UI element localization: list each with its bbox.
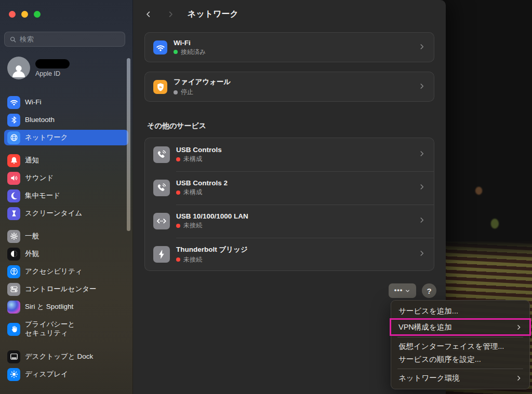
menu-item-network-environment[interactable]: ネットワーク環境 bbox=[391, 372, 529, 385]
sidebar-item-label: コントロールセンター bbox=[25, 285, 97, 294]
status-dot-icon bbox=[176, 157, 180, 161]
sidebar-item-notifications[interactable]: 通知 bbox=[4, 153, 128, 168]
firewall-row[interactable]: ファイアウォール停止 bbox=[145, 72, 434, 102]
minimize-window-button[interactable] bbox=[21, 11, 28, 18]
wifi-row[interactable]: Wi-Fi接続済み bbox=[145, 33, 434, 62]
sidebar-item-label: プライバシーと セキュリティ bbox=[25, 320, 75, 338]
sidebar-item-label: サウンド bbox=[25, 174, 54, 183]
forward-button[interactable] bbox=[165, 8, 176, 20]
desktopdock-icon bbox=[7, 350, 20, 363]
sidebar-scrollbar[interactable] bbox=[127, 58, 130, 231]
search-input[interactable]: 検索 bbox=[4, 32, 125, 47]
sidebar-item-appearance[interactable]: 外観 bbox=[4, 246, 128, 262]
sidebar-item-screen-time[interactable]: スクリーンタイム bbox=[4, 206, 128, 221]
redacted-user-name bbox=[35, 59, 70, 69]
menu-item-manage-virtual-interfaces[interactable]: 仮想インターフェイスを管理... bbox=[391, 340, 529, 353]
row-text: USB Controls 2未構成 bbox=[176, 179, 412, 197]
back-button[interactable] bbox=[143, 8, 153, 20]
zoom-window-button[interactable] bbox=[34, 11, 41, 18]
status-badge: 接続済み bbox=[174, 48, 412, 57]
status-badge: 停止 bbox=[174, 88, 412, 97]
usb-controls-row[interactable]: USB Controls未構成 bbox=[145, 138, 434, 171]
phone-icon bbox=[153, 146, 170, 163]
help-button[interactable]: ? bbox=[422, 283, 436, 298]
sidebar-item-bluetooth[interactable]: Bluetooth bbox=[4, 112, 128, 128]
shield-icon bbox=[153, 80, 167, 94]
sidebar-item-focus[interactable]: 集中モード bbox=[4, 188, 128, 203]
sidebar-item-label: Siri と Spotlight bbox=[25, 303, 73, 311]
wifi-icon bbox=[153, 40, 167, 55]
row-title: Thunderbolt ブリッジ bbox=[176, 245, 412, 254]
more-options-button[interactable]: ••• bbox=[389, 283, 416, 298]
row-text: USB 10/100/1000 LAN未接続 bbox=[176, 212, 412, 230]
status-dot-icon bbox=[174, 50, 178, 54]
chevron-right-icon bbox=[418, 250, 425, 259]
status-label: 停止 bbox=[181, 88, 193, 97]
status-label: 接続済み bbox=[181, 48, 206, 57]
row-title: ファイアウォール bbox=[174, 77, 412, 87]
siri-icon bbox=[7, 301, 20, 314]
menu-item-label: 仮想インターフェイスを管理... bbox=[398, 342, 522, 351]
sidebar-item-label: ネットワーク bbox=[25, 133, 68, 142]
menu-item-set-service-order[interactable]: サービスの順序を設定... bbox=[391, 353, 529, 366]
firewall-card[interactable]: ファイアウォール停止 bbox=[144, 72, 434, 102]
sidebar-item-accessibility[interactable]: アクセシビリティ bbox=[4, 264, 128, 279]
sidebar-item-network[interactable]: ネットワーク bbox=[4, 130, 128, 145]
controlcenter-icon bbox=[7, 283, 20, 296]
menu-item-add-vpn-config[interactable]: VPN構成を追加 bbox=[391, 320, 529, 334]
thunderbolt-bridge-row[interactable]: Thunderbolt ブリッジ未接続 bbox=[145, 238, 434, 271]
sidebar-item-control-center[interactable]: コントロールセンター bbox=[4, 281, 128, 297]
menu-item-add-service[interactable]: サービスを追加... bbox=[391, 305, 529, 318]
menu-separator bbox=[397, 369, 523, 369]
globe-icon bbox=[7, 131, 20, 144]
hourglass-icon bbox=[7, 207, 20, 220]
sidebar-group: 通知サウンド集中モードスクリーンタイム bbox=[0, 153, 132, 221]
chevron-right-icon bbox=[418, 150, 425, 159]
sidebar-group: デスクトップと Dockディスプレイ bbox=[0, 349, 132, 382]
sidebar-item-label: Bluetooth bbox=[25, 116, 55, 125]
sidebar-item-display[interactable]: ディスプレイ bbox=[4, 366, 128, 382]
sidebar-item-label: スクリーンタイム bbox=[25, 209, 82, 218]
chevron-down-icon bbox=[405, 288, 410, 294]
chevron-right-icon bbox=[515, 375, 522, 382]
wifi-icon bbox=[7, 96, 20, 109]
usb-lan-row[interactable]: USB 10/100/1000 LAN未接続 bbox=[145, 205, 434, 238]
sidebar-item-privacy-security[interactable]: プライバシーと セキュリティ bbox=[4, 317, 128, 342]
sidebar-group: 一般外観アクセシビリティコントロールセンターSiri と Spotlightプラ… bbox=[0, 228, 132, 342]
status-dot-icon bbox=[176, 257, 180, 262]
menu-item-label: サービスを追加... bbox=[398, 306, 522, 316]
chevron-right-icon bbox=[167, 10, 175, 18]
row-title: Wi-Fi bbox=[174, 39, 412, 47]
sidebar-item-label: デスクトップと Dock bbox=[25, 352, 93, 361]
wifi-card[interactable]: Wi-Fi接続済み bbox=[144, 32, 434, 62]
bluetooth-icon bbox=[7, 114, 20, 127]
apple-id-label: Apple ID bbox=[35, 70, 70, 77]
section-title-other-services: その他のサービス bbox=[147, 121, 206, 131]
gear-icon bbox=[7, 230, 20, 243]
row-title: USB Controls 2 bbox=[176, 179, 412, 187]
apple-id-row[interactable]: Apple ID bbox=[7, 57, 70, 79]
sidebar-item-wifi[interactable]: Wi-Fi bbox=[4, 94, 128, 110]
sidebar-item-label: Wi-Fi bbox=[25, 98, 41, 107]
sidebar-group: Wi-FiBluetoothネットワーク bbox=[0, 94, 132, 145]
sidebar-item-label: 通知 bbox=[25, 156, 39, 165]
close-window-button[interactable] bbox=[9, 11, 16, 18]
sidebar-item-label: アクセシビリティ bbox=[25, 267, 83, 276]
row-title: USB Controls bbox=[176, 146, 412, 154]
sidebar-item-desktop-dock[interactable]: デスクトップと Dock bbox=[4, 349, 128, 364]
search-placeholder: 検索 bbox=[20, 35, 34, 44]
ellipsis-icon: ••• bbox=[394, 286, 403, 294]
chevron-right-icon bbox=[418, 43, 425, 52]
status-badge: 未構成 bbox=[176, 188, 412, 197]
usb-controls-2-row[interactable]: USB Controls 2未構成 bbox=[145, 171, 434, 205]
status-label: 未接続 bbox=[183, 221, 202, 230]
lan-icon bbox=[153, 213, 170, 229]
page-title: ネットワーク bbox=[188, 9, 238, 20]
status-label: 未構成 bbox=[183, 188, 202, 197]
status-badge: 未接続 bbox=[176, 255, 412, 264]
menu-item-label: VPN構成を追加 bbox=[398, 322, 515, 332]
sidebar-item-siri-spotlight[interactable]: Siri と Spotlight bbox=[4, 299, 128, 315]
sidebar-item-sound[interactable]: サウンド bbox=[4, 170, 128, 186]
sidebar-item-general[interactable]: 一般 bbox=[4, 228, 128, 244]
status-dot-icon bbox=[174, 90, 178, 94]
